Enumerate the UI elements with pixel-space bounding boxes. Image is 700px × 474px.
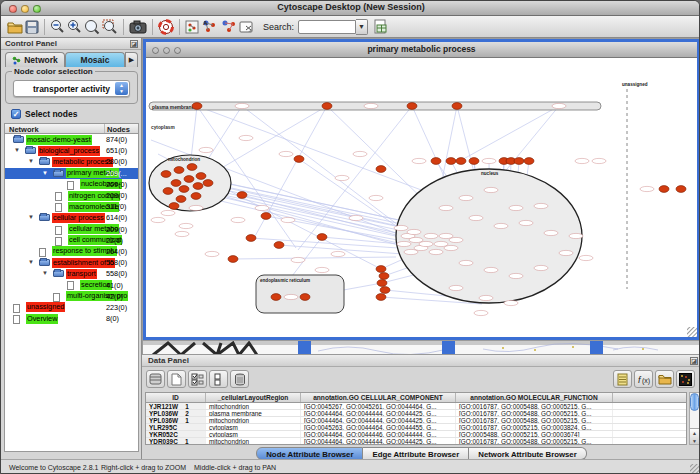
node-label[interactable] xyxy=(482,158,496,163)
node-label[interactable] xyxy=(469,215,483,220)
node-label[interactable] xyxy=(544,230,558,235)
window-resize-grip[interactable] xyxy=(690,464,700,474)
selected-node[interactable] xyxy=(274,242,284,249)
select-all-icon[interactable] xyxy=(188,370,207,388)
node-label[interactable] xyxy=(369,195,383,200)
tree-row[interactable]: cellular metabo209(0) xyxy=(5,224,138,235)
node-label[interactable] xyxy=(161,210,175,215)
filter-icon[interactable] xyxy=(220,18,237,36)
node-label[interactable] xyxy=(349,215,363,220)
tree-row[interactable]: ▼establishment of lo558(0) xyxy=(5,257,138,268)
node-label[interactable] xyxy=(291,257,305,262)
node-label[interactable] xyxy=(284,294,298,299)
selected-node[interactable] xyxy=(237,192,247,199)
node-label[interactable] xyxy=(484,187,498,192)
edge[interactable] xyxy=(233,257,396,259)
node-label[interactable] xyxy=(279,151,293,156)
selected-node[interactable] xyxy=(407,103,417,110)
save-session-icon[interactable] xyxy=(25,18,39,36)
selected-node[interactable] xyxy=(524,158,534,165)
network-canvas[interactable]: plasma membrane cytoplasm mitochondrion … xyxy=(146,58,697,337)
tree-row[interactable]: ▼primary metabo209(... xyxy=(5,168,138,179)
node-label[interactable] xyxy=(479,295,493,300)
selected-node[interactable] xyxy=(228,256,238,263)
search-dropdown-icon[interactable]: ▼ xyxy=(356,19,368,35)
node-label[interactable] xyxy=(331,251,345,256)
selected-node[interactable] xyxy=(377,280,387,287)
selected-node[interactable] xyxy=(174,167,184,174)
selected-node[interactable] xyxy=(179,186,189,193)
node-label[interactable] xyxy=(575,158,589,163)
selected-node[interactable] xyxy=(452,103,462,110)
selected-node[interactable] xyxy=(171,180,181,187)
selected-node[interactable] xyxy=(191,193,201,200)
tree-row[interactable]: unassigned223(0) xyxy=(5,302,138,313)
tree-row[interactable]: Overview8(0) xyxy=(5,313,138,324)
tree-row[interactable]: macromolecule311(0) xyxy=(5,201,138,212)
selected-node[interactable] xyxy=(246,235,256,242)
edge[interactable] xyxy=(458,106,559,162)
selected-node[interactable] xyxy=(376,166,386,173)
table-row[interactable]: YLR295Ccytoplasm[GO:0045263, GO:0044464,… xyxy=(146,424,686,431)
selected-node[interactable] xyxy=(196,173,206,180)
node-label[interactable] xyxy=(439,205,453,210)
delete-attribute-icon[interactable] xyxy=(230,370,249,388)
node-label[interactable] xyxy=(231,217,245,222)
zoom-out-icon[interactable] xyxy=(50,18,65,36)
import-table-icon[interactable] xyxy=(374,18,388,36)
expander-icon[interactable]: ▼ xyxy=(28,158,34,164)
selected-node[interactable] xyxy=(376,294,386,301)
select-nodes-checkbox[interactable]: ✓ xyxy=(11,109,21,119)
selected-node[interactable] xyxy=(176,196,186,203)
node-label[interactable] xyxy=(569,233,583,238)
node-label[interactable] xyxy=(407,229,421,234)
zoom-in-icon[interactable] xyxy=(67,18,82,36)
col-molecular-function[interactable]: annotation.GO MOLECULAR_FUNCTION xyxy=(456,393,613,402)
tree-row[interactable]: ▼metabolic process280(0) xyxy=(5,156,138,167)
annotation-icon[interactable] xyxy=(239,18,254,36)
node-label[interactable] xyxy=(412,158,426,163)
network-frame-titlebar[interactable]: primary metabolic process xyxy=(146,42,697,58)
node-label[interactable] xyxy=(449,237,463,242)
attribute-table-header[interactable]: ID _cellularLayoutRegion annotation.GO C… xyxy=(146,393,686,403)
node-label[interactable] xyxy=(534,265,548,270)
tree-row[interactable]: ▼transport558(0) xyxy=(5,268,138,279)
node-label[interactable] xyxy=(255,205,269,210)
tree-row[interactable]: ▼cellular process614(0) xyxy=(5,212,138,223)
selected-node[interactable] xyxy=(514,158,524,165)
col-id[interactable]: ID xyxy=(146,393,206,402)
tree-row[interactable]: secretion41(0) xyxy=(5,279,138,290)
import-attributes-icon[interactable] xyxy=(613,370,632,388)
selected-node[interactable] xyxy=(163,188,173,195)
new-attribute-icon[interactable] xyxy=(167,370,186,388)
node-label[interactable] xyxy=(509,273,523,278)
node-label[interactable] xyxy=(640,186,654,191)
selected-node[interactable] xyxy=(192,103,202,110)
open-attributes-icon[interactable] xyxy=(655,370,674,388)
selected-node[interactable] xyxy=(456,158,466,165)
scrollbar-arrows-icon[interactable]: ▲▼ xyxy=(690,428,699,444)
expander-icon[interactable]: ▼ xyxy=(14,147,20,153)
col-region[interactable]: _cellularLayoutRegion xyxy=(206,393,301,402)
selected-node[interactable] xyxy=(376,266,386,273)
search-input[interactable] xyxy=(298,20,356,34)
selected-node[interactable] xyxy=(169,203,179,210)
node-label[interactable] xyxy=(559,250,573,255)
tree-row[interactable]: cell communicat22(0) xyxy=(5,235,138,246)
frame-resize-grip[interactable] xyxy=(687,327,697,337)
selected-node[interactable] xyxy=(431,158,441,165)
open-network-icon[interactable] xyxy=(7,18,23,36)
table-vertical-scrollbar[interactable]: ▲▼ xyxy=(689,392,700,445)
node-label[interactable] xyxy=(429,249,443,254)
node-label[interactable] xyxy=(484,267,498,272)
node-label[interactable] xyxy=(199,147,213,152)
node-label[interactable] xyxy=(353,151,367,156)
node-label[interactable] xyxy=(205,251,219,256)
tab-overflow-icon[interactable]: ▶ xyxy=(125,52,138,67)
help-icon[interactable] xyxy=(158,18,174,36)
float-panel-icon[interactable]: ◪ xyxy=(130,40,138,48)
tree-row[interactable]: ▼biological_process651(0) xyxy=(5,145,138,156)
node-label[interactable] xyxy=(449,285,463,290)
node-label[interactable] xyxy=(239,135,253,140)
selected-node[interactable] xyxy=(322,103,332,110)
